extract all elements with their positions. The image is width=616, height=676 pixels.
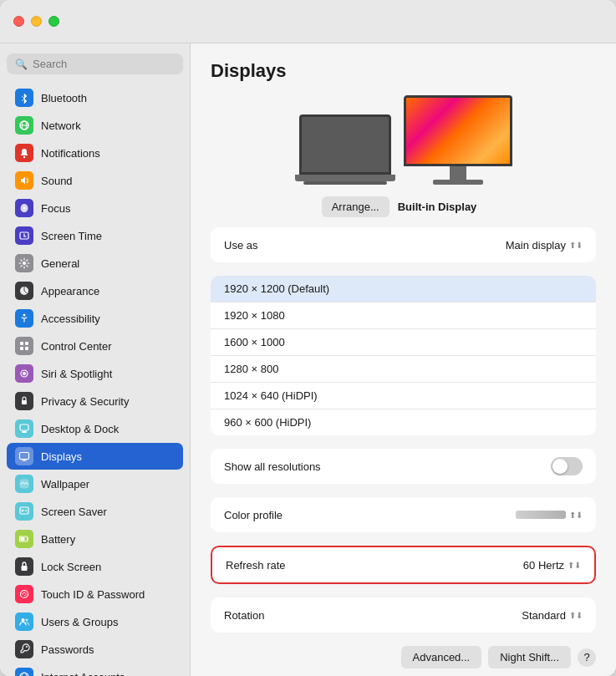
svg-rect-18 [20, 424, 28, 430]
use-as-value[interactable]: Main display ⬆⬇ [506, 239, 583, 252]
sidebar-item-bluetooth-label: Bluetooth [41, 92, 87, 104]
display-preview [211, 95, 596, 185]
svg-rect-17 [22, 400, 27, 404]
users-groups-icon [15, 612, 33, 631]
color-profile-card: Color profile ⬆⬇ [211, 497, 596, 532]
system-preferences-window: 🔍 Bluetooth [0, 0, 616, 676]
sidebar-item-privacy-security[interactable]: Privacy & Security [7, 388, 183, 414]
sidebar-item-displays[interactable]: Displays [7, 443, 183, 470]
svg-point-10 [23, 314, 26, 317]
svg-point-26 [25, 510, 28, 512]
show-all-toggle[interactable] [551, 457, 583, 475]
svg-point-34 [20, 673, 28, 676]
sidebar-item-focus[interactable]: Focus [7, 195, 183, 221]
minimize-button[interactable] [31, 16, 42, 27]
resolution-item-3[interactable]: 1280 × 800 [211, 356, 596, 383]
refresh-rate-stepper-icon: ⬆⬇ [568, 561, 581, 570]
sidebar-item-wallpaper[interactable]: Wallpaper [7, 470, 183, 497]
sidebar-item-screen-saver[interactable]: Screen Saver [7, 498, 183, 525]
rotation-value[interactable]: Standard ⬆⬇ [522, 609, 583, 622]
sidebar-item-network-label: Network [41, 119, 81, 132]
svg-point-4 [23, 207, 26, 210]
sidebar-item-lock-screen-label: Lock Screen [41, 561, 101, 573]
help-button[interactable]: ? [578, 648, 596, 667]
svg-point-30 [21, 591, 28, 598]
svg-rect-29 [22, 566, 28, 571]
sidebar-item-general-label: General [41, 257, 79, 270]
rotation-stepper-icon: ⬆⬇ [569, 611, 583, 620]
sidebar-item-control-center[interactable]: Control Center [7, 333, 183, 359]
svg-point-31 [22, 618, 25, 622]
monitor-stand [450, 166, 466, 180]
sidebar-item-battery[interactable]: Battery [7, 526, 183, 552]
sidebar-item-users-groups[interactable]: Users & Groups [7, 608, 183, 635]
sidebar-item-bluetooth[interactable]: Bluetooth [7, 84, 183, 111]
builtin-display-label: Built-in Display [398, 201, 477, 213]
arrange-button[interactable]: Arrange... [322, 196, 389, 217]
svg-rect-11 [20, 342, 23, 345]
close-button[interactable] [13, 16, 24, 27]
sidebar-item-passwords[interactable]: Passwords [7, 636, 183, 663]
sidebar-item-accessibility[interactable]: Accessibility [7, 305, 183, 332]
sidebar-item-network[interactable]: Network [7, 112, 183, 139]
laptop-base [295, 175, 395, 181]
use-as-row: Use as Main display ⬆⬇ [211, 227, 596, 262]
sidebar-item-touch-id[interactable]: Touch ID & Password [7, 581, 183, 607]
sidebar-item-desktop-dock-label: Desktop & Dock [41, 423, 119, 435]
sidebar-item-desktop-dock[interactable]: Desktop & Dock [7, 415, 183, 442]
sidebar-item-lock-screen[interactable]: Lock Screen [7, 553, 183, 580]
show-all-label: Show all resolutions [224, 460, 551, 473]
sidebar-item-internet-accounts[interactable]: Internet Accounts [7, 663, 183, 676]
sidebar: 🔍 Bluetooth [0, 43, 191, 676]
night-shift-button[interactable]: Night Shift... [488, 646, 571, 668]
sidebar-item-privacy-label: Privacy & Security [41, 395, 129, 408]
external-monitor[interactable] [404, 95, 512, 185]
svg-point-3 [23, 156, 25, 158]
resolution-item-5[interactable]: 960 × 600 (HiDPI) [211, 409, 596, 435]
sidebar-item-accessibility-label: Accessibility [41, 313, 100, 325]
svg-rect-19 [22, 431, 27, 433]
page-title: Displays [211, 60, 596, 82]
use-as-card: Use as Main display ⬆⬇ [211, 227, 596, 262]
show-all-row: Show all resolutions [211, 449, 596, 484]
main-content: 🔍 Bluetooth [0, 43, 616, 676]
svg-point-16 [23, 372, 26, 375]
network-icon [15, 116, 33, 135]
resolution-item-4[interactable]: 1024 × 640 (HiDPI) [211, 383, 596, 409]
laptop-display [295, 114, 395, 185]
touch-id-icon [15, 585, 33, 603]
rotation-label: Rotation [224, 609, 522, 622]
monitor-screen [404, 95, 512, 166]
advanced-button[interactable]: Advanced... [401, 646, 482, 668]
appearance-icon [15, 282, 33, 300]
resolution-item-2[interactable]: 1600 × 1000 [211, 329, 596, 356]
svg-rect-28 [21, 537, 25, 541]
sidebar-item-siri-spotlight[interactable]: Siri & Spotlight [7, 360, 183, 387]
lock-screen-icon [15, 557, 33, 576]
notifications-icon [15, 144, 33, 162]
rotation-row: Rotation Standard ⬆⬇ [211, 597, 596, 633]
refresh-rate-value[interactable]: 60 Hertz ⬆⬇ [523, 559, 581, 572]
sidebar-item-general[interactable]: General [7, 250, 183, 277]
toggle-knob [552, 459, 568, 474]
svg-rect-14 [25, 347, 28, 350]
resolution-item-default[interactable]: 1920 × 1200 (Default) [211, 276, 596, 302]
show-all-card: Show all resolutions [211, 449, 596, 484]
resolution-list: 1920 × 1200 (Default) 1920 × 1080 1600 ×… [211, 276, 596, 435]
traffic-lights [13, 16, 59, 27]
search-input[interactable] [33, 58, 175, 70]
sidebar-item-screen-time[interactable]: Screen Time [7, 222, 183, 249]
color-profile-value[interactable]: ⬆⬇ [516, 511, 583, 520]
sidebar-item-appearance[interactable]: Appearance [7, 277, 183, 304]
sidebar-item-sound[interactable]: Sound [7, 167, 183, 194]
maximize-button[interactable] [48, 16, 59, 27]
laptop-foot [303, 181, 387, 185]
rotation-card: Rotation Standard ⬆⬇ [211, 597, 596, 633]
resolution-3-label: 1280 × 800 [224, 363, 278, 375]
sidebar-item-battery-label: Battery [41, 533, 75, 546]
resolution-item-1[interactable]: 1920 × 1080 [211, 302, 596, 329]
color-profile-row: Color profile ⬆⬇ [211, 497, 596, 532]
search-box[interactable]: 🔍 [7, 53, 183, 74]
sidebar-item-notifications[interactable]: Notifications [7, 140, 183, 166]
sidebar-item-touch-id-label: Touch ID & Password [41, 588, 145, 601]
